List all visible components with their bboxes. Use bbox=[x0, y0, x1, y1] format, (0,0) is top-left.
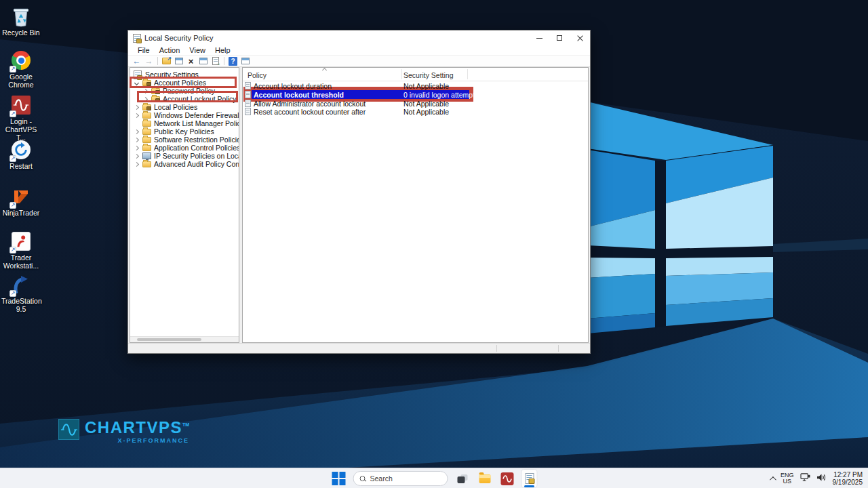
forward-icon[interactable]: → bbox=[144, 56, 154, 66]
shortcut-arrow-icon: ↗ bbox=[9, 110, 16, 117]
chevron-right-icon[interactable] bbox=[134, 145, 139, 150]
desktop-icon-ninjatrader[interactable]: ↗ NinjaTrader bbox=[1, 187, 41, 217]
policy-doc-icon bbox=[245, 108, 251, 115]
folder-lock-icon bbox=[151, 88, 160, 94]
policy-row-account-lockout-threshold[interactable]: Account lockout threshold 0 invalid logo… bbox=[243, 90, 588, 99]
folder-icon bbox=[479, 474, 490, 483]
toolbar: ← → × ? bbox=[128, 56, 590, 67]
active-app-indicator bbox=[524, 485, 534, 487]
delete-icon[interactable]: × bbox=[186, 56, 196, 66]
chevron-right-icon[interactable] bbox=[134, 113, 139, 117]
minimize-icon bbox=[536, 38, 542, 39]
minimize-button[interactable] bbox=[529, 30, 549, 45]
desktop-icon-recycle-bin[interactable]: Recycle Bin bbox=[1, 7, 41, 37]
tree-item-network-list-manager[interactable]: Network List Manager Policies bbox=[130, 119, 239, 127]
scrollbar-thumb[interactable] bbox=[137, 338, 201, 341]
chevron-right-icon[interactable] bbox=[143, 88, 148, 93]
tree-item-account-lockout-policy[interactable]: Account Lockout Policy bbox=[130, 95, 239, 103]
tree-item-advanced-audit-policy[interactable]: Advanced Audit Policy Configuration bbox=[130, 160, 239, 168]
properties-icon[interactable] bbox=[198, 56, 208, 66]
folder-icon bbox=[142, 113, 151, 119]
desktop-icon-restart[interactable]: ↗ Restart bbox=[1, 140, 41, 170]
title-bar[interactable]: Local Security Policy bbox=[128, 30, 590, 45]
help-icon[interactable]: ? bbox=[228, 56, 238, 66]
policy-doc-icon bbox=[245, 82, 251, 89]
console-tree-pane[interactable]: Security Settings Account Policies Passw… bbox=[130, 67, 239, 343]
desktop-icon-label: Restart bbox=[1, 162, 41, 170]
menu-action[interactable]: Action bbox=[155, 46, 185, 54]
policy-row-account-lockout-duration[interactable]: Account lockout duration Not Applicable bbox=[243, 81, 588, 90]
language-indicator[interactable]: ENG US bbox=[781, 472, 794, 485]
desktop-icon-tradestation[interactable]: ↗ TradeStation 9.5 bbox=[1, 275, 41, 313]
folder-icon bbox=[142, 129, 151, 135]
brand-name: CHARTVPS bbox=[85, 418, 182, 436]
brand-tagline: X-PERFORMANCE bbox=[85, 437, 189, 444]
chevron-right-icon[interactable] bbox=[134, 153, 139, 158]
desktop-icon-login-chartvps[interactable]: ↗ Login - ChartVPS T... bbox=[1, 95, 41, 142]
policy-list-pane[interactable]: Policy Security Setting Account lockout … bbox=[242, 67, 589, 343]
close-button[interactable] bbox=[570, 30, 590, 45]
desktop-icon-trader-workstation[interactable]: ↗ Trader Workstati... bbox=[1, 231, 41, 270]
search-placeholder: Search bbox=[370, 474, 393, 483]
network-icon[interactable] bbox=[800, 472, 810, 485]
file-explorer-button[interactable] bbox=[477, 469, 493, 488]
chevron-right-icon[interactable] bbox=[143, 96, 148, 101]
policy-row-reset-lockout-counter[interactable]: Reset account lockout counter after Not … bbox=[243, 107, 588, 116]
back-icon[interactable]: ← bbox=[132, 56, 142, 66]
window-title: Local Security Policy bbox=[144, 34, 214, 42]
security-policy-app-icon bbox=[525, 473, 534, 484]
folder-lock-icon bbox=[142, 80, 151, 86]
restart-icon: ↗ bbox=[11, 140, 31, 161]
tree-item-public-key-policies[interactable]: Public Key Policies bbox=[130, 127, 239, 136]
tree-item-software-restriction[interactable]: Software Restriction Policies bbox=[130, 136, 239, 144]
chevron-right-icon[interactable] bbox=[134, 161, 139, 166]
new-window-icon[interactable] bbox=[240, 56, 250, 66]
volume-icon[interactable] bbox=[816, 472, 827, 485]
chartvps-app-icon bbox=[500, 472, 513, 485]
ninjatrader-icon: ↗ bbox=[11, 187, 31, 207]
hidden-icons-chevron-icon[interactable] bbox=[770, 476, 776, 483]
computer-lock-icon bbox=[142, 152, 151, 159]
tree-item-ip-security-policies[interactable]: IP Security Policies on Local Compute bbox=[130, 152, 239, 160]
export-icon[interactable] bbox=[161, 56, 172, 66]
tradestation-icon: ↗ bbox=[11, 275, 31, 296]
chevron-right-icon[interactable] bbox=[134, 104, 139, 109]
column-header-policy[interactable]: Policy bbox=[248, 71, 267, 79]
chrome-icon: ↗ bbox=[11, 51, 31, 71]
tree-horizontal-scrollbar[interactable] bbox=[130, 336, 239, 342]
maximize-button[interactable] bbox=[549, 30, 570, 45]
menu-view[interactable]: View bbox=[184, 46, 210, 54]
local-security-policy-app-button[interactable] bbox=[521, 469, 538, 488]
brand-tm: TM bbox=[182, 422, 189, 427]
tree-item-account-policies[interactable]: Account Policies bbox=[130, 79, 239, 87]
policy-doc-icon bbox=[245, 100, 251, 107]
tree-item-application-control[interactable]: Application Control Policies bbox=[130, 144, 239, 152]
start-button[interactable] bbox=[331, 469, 347, 488]
column-divider[interactable] bbox=[467, 69, 468, 79]
console-window-icon[interactable] bbox=[174, 56, 184, 66]
tree-item-password-policy[interactable]: Password Policy bbox=[130, 87, 239, 95]
menu-bar: File Action View Help bbox=[128, 45, 590, 56]
task-view-button[interactable] bbox=[454, 469, 471, 488]
menu-help[interactable]: Help bbox=[210, 46, 235, 54]
chartvps-app-button[interactable] bbox=[499, 469, 515, 488]
desktop-icon-label: TradeStation 9.5 bbox=[1, 297, 41, 313]
export-list-icon[interactable] bbox=[210, 56, 220, 66]
tree-item-windows-defender-firewall[interactable]: Windows Defender Firewall with Adva bbox=[130, 111, 239, 119]
chevron-right-icon[interactable] bbox=[134, 137, 139, 142]
desktop-icon-google-chrome[interactable]: ↗ Google Chrome bbox=[1, 50, 41, 89]
menu-file[interactable]: File bbox=[133, 46, 155, 54]
clock[interactable]: 12:27 PM 9/19/2025 bbox=[833, 471, 863, 486]
tree-item-security-settings[interactable]: Security Settings bbox=[130, 70, 239, 79]
chevron-down-icon[interactable] bbox=[134, 80, 139, 85]
status-divider bbox=[496, 345, 497, 352]
search-input[interactable]: Search bbox=[353, 471, 448, 486]
shortcut-arrow-icon: ↗ bbox=[9, 155, 16, 162]
chevron-right-icon[interactable] bbox=[134, 129, 139, 134]
tray-date: 9/19/2025 bbox=[833, 479, 863, 486]
column-divider[interactable] bbox=[401, 69, 402, 79]
sort-ascending-icon bbox=[322, 68, 327, 73]
column-header-setting[interactable]: Security Setting bbox=[403, 71, 454, 79]
tree-item-local-policies[interactable]: Local Policies bbox=[130, 103, 239, 111]
trader-workstation-icon: ↗ bbox=[11, 232, 31, 252]
